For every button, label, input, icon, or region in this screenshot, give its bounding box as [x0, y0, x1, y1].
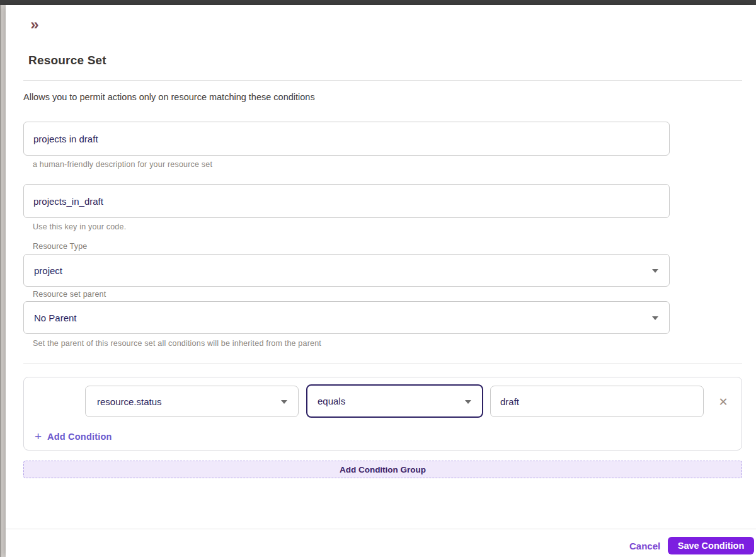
condition-value-input[interactable] [490, 386, 704, 417]
page-title: Resource Set [28, 54, 106, 67]
key-helper-text: Use this key in your code. [33, 222, 126, 231]
resource-set-name-input[interactable] [23, 122, 670, 156]
add-condition-button[interactable]: + Add Condition [35, 429, 112, 444]
footer-divider [6, 529, 756, 529]
condition-attribute-select[interactable]: resource.status [85, 386, 299, 417]
chevron-down-icon [465, 400, 471, 404]
condition-attribute-value: resource.status [97, 396, 162, 407]
cancel-button[interactable]: Cancel [627, 537, 663, 554]
name-helper-text: a human-friendly description for your re… [33, 160, 212, 169]
condition-operator-select[interactable]: equals [306, 384, 483, 418]
add-condition-group-button[interactable]: Add Condition Group [23, 461, 742, 478]
divider [23, 80, 742, 81]
top-bar [0, 0, 756, 5]
resource-set-parent-label: Resource set parent [33, 290, 106, 299]
resource-set-key-input[interactable] [23, 184, 670, 218]
chevron-down-icon [281, 400, 287, 404]
description-text: Allows you to permit actions only on res… [23, 92, 315, 102]
divider [23, 364, 742, 364]
remove-condition-button[interactable]: ✕ [714, 393, 733, 411]
resource-type-select[interactable]: project [23, 254, 670, 287]
background-page-edge [0, 5, 6, 557]
resource-type-value: project [34, 265, 62, 276]
add-condition-label: Add Condition [47, 432, 112, 442]
close-icon: ✕ [718, 396, 728, 408]
plus-icon: + [35, 430, 42, 444]
resource-set-parent-select[interactable]: No Parent [23, 301, 670, 334]
save-condition-button[interactable]: Save Condition [668, 537, 754, 554]
resource-type-label: Resource Type [33, 242, 87, 251]
parent-value: No Parent [34, 313, 77, 323]
condition-group: resource.status equals ✕ + Add Condition [23, 377, 742, 451]
double-chevron-right-icon: » [30, 16, 38, 33]
collapse-drawer-button[interactable]: » [25, 15, 44, 34]
condition-operator-value: equals [318, 396, 345, 406]
chevron-down-icon [652, 316, 658, 320]
chevron-down-icon [652, 269, 658, 273]
resource-set-page: » Resource Set Allows you to permit acti… [0, 0, 756, 557]
parent-helper-text: Set the parent of this resource set all … [33, 339, 321, 348]
